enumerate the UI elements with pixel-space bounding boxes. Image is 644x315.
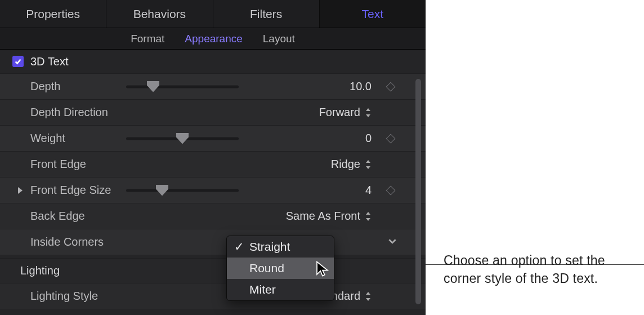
row-back-edge: Back Edge Same As Front xyxy=(0,203,426,229)
main-tab-bar: Properties Behaviors Filters Text xyxy=(0,0,426,28)
row-weight: Weight 0 xyxy=(0,125,426,151)
tab-text[interactable]: Text xyxy=(320,0,426,28)
row-front-edge-size: Front Edge Size 4 xyxy=(0,177,426,203)
menu-item-round[interactable]: Round xyxy=(227,258,334,279)
label-lighting-style: Lighting Style xyxy=(30,290,126,303)
disclosure-triangle-icon[interactable] xyxy=(18,187,23,194)
slider-front-edge-size[interactable] xyxy=(126,183,239,198)
tab-properties[interactable]: Properties xyxy=(0,0,106,28)
group-3d-text[interactable]: 3D Text xyxy=(0,50,426,73)
tab-filters[interactable]: Filters xyxy=(213,0,320,28)
row-depth: Depth 10.0 xyxy=(0,73,426,99)
row-front-edge: Front Edge Ridge xyxy=(0,151,426,177)
value-front-edge-size[interactable]: 4 xyxy=(365,184,372,197)
row-depth-direction: Depth Direction Forward xyxy=(0,99,426,125)
checkmark-icon: ✓ xyxy=(235,240,244,254)
keyframe-depth-icon[interactable] xyxy=(386,82,396,91)
popup-arrows-icon xyxy=(365,160,372,169)
sub-tab-bar: Format Appearance Layout xyxy=(0,28,426,50)
label-front-edge: Front Edge xyxy=(30,158,126,171)
chevron-down-icon[interactable] xyxy=(387,236,397,249)
scrollbar[interactable] xyxy=(415,79,421,304)
keyframe-front-edge-size-icon[interactable] xyxy=(386,185,396,195)
row-lighting-style: Lighting Style Standard xyxy=(0,283,426,309)
menu-item-miter[interactable]: Miter xyxy=(227,279,334,300)
slider-depth[interactable] xyxy=(126,79,239,95)
popup-arrows-icon xyxy=(365,108,372,117)
inspector-panel: Properties Behaviors Filters Text Format… xyxy=(0,0,426,315)
inside-corners-menu[interactable]: ✓ Straight Round Miter xyxy=(226,236,334,301)
label-back-edge: Back Edge xyxy=(30,210,126,223)
parameter-list: 3D Text Depth 10.0 Depth Direction Forwa… xyxy=(0,50,426,315)
group-title: 3D Text xyxy=(30,55,68,68)
label-inside-corners: Inside Corners xyxy=(30,236,126,249)
row-inside-corners: Inside Corners xyxy=(0,229,426,255)
callout-text: Choose an option to set the corner style… xyxy=(444,251,635,287)
popup-arrows-icon xyxy=(365,212,372,221)
value-weight[interactable]: 0 xyxy=(365,132,372,145)
label-front-edge-size: Front Edge Size xyxy=(30,184,126,197)
tab-behaviors[interactable]: Behaviors xyxy=(106,0,213,28)
popup-back-edge[interactable]: Same As Front xyxy=(239,210,372,223)
subtab-appearance[interactable]: Appearance xyxy=(185,33,242,45)
popup-depth-direction[interactable]: Forward xyxy=(239,106,372,119)
label-depth: Depth xyxy=(30,80,126,93)
keyframe-weight-icon[interactable] xyxy=(386,134,396,143)
menu-item-straight[interactable]: ✓ Straight xyxy=(227,236,334,258)
slider-weight[interactable] xyxy=(126,131,239,147)
checkbox-3d-text[interactable] xyxy=(12,56,24,67)
section-lighting[interactable]: Lighting xyxy=(0,258,426,283)
subtab-layout[interactable]: Layout xyxy=(263,33,295,45)
subtab-format[interactable]: Format xyxy=(131,33,164,45)
label-weight: Weight xyxy=(30,132,126,145)
label-depth-direction: Depth Direction xyxy=(30,106,126,119)
popup-arrows-icon xyxy=(365,292,372,301)
value-depth[interactable]: 10.0 xyxy=(350,80,372,93)
popup-front-edge[interactable]: Ridge xyxy=(239,158,372,171)
